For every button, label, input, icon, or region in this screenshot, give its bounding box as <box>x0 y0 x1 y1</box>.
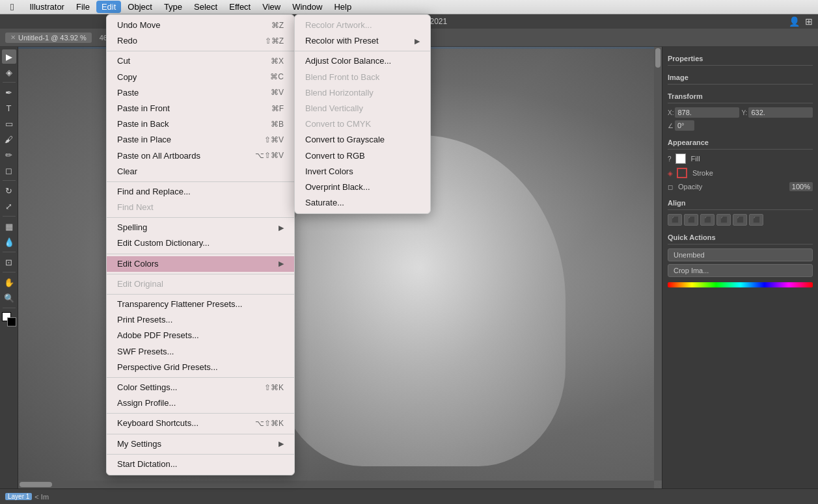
vertical-scrollbar[interactable] <box>654 47 662 481</box>
menu-paste-in-place[interactable]: Paste in Place ⇧⌘V <box>107 132 294 148</box>
doc-status: < Im <box>34 493 49 501</box>
menu-assign-profile[interactable]: Assign Profile... <box>107 395 294 411</box>
align-center-btn[interactable]: ⬛ <box>684 214 698 226</box>
user-icon[interactable]: 👤 <box>789 16 800 27</box>
menu-perspective-grid[interactable]: Perspective Grid Presets... <box>107 360 294 375</box>
unembed-button[interactable]: Unembed <box>668 248 813 261</box>
menu-undo-move[interactable]: Undo Move ⌘Z <box>107 18 294 33</box>
align-middle-btn[interactable]: ⬛ <box>733 214 747 226</box>
menu-effect[interactable]: Effect <box>224 1 256 13</box>
x-field-group: X: 878. <box>668 107 739 118</box>
stroke-swatch[interactable] <box>677 168 687 178</box>
paintbrush-tool[interactable]: 🖌 <box>2 132 16 146</box>
menu-object[interactable]: Object <box>122 1 157 13</box>
menu-paste[interactable]: Paste ⌘V <box>107 85 294 101</box>
menu-spelling[interactable]: Spelling ▶ <box>107 220 294 235</box>
direct-select-tool[interactable]: ◈ <box>2 65 16 79</box>
close-tab-icon[interactable]: ✕ <box>10 34 16 41</box>
zoom-tool[interactable]: 🔍 <box>2 291 16 305</box>
sep5 <box>107 274 294 274</box>
menu-redo[interactable]: Redo ⇧⌘Z <box>107 33 294 49</box>
submenu-convert-rgb[interactable]: Convert to RGB <box>295 148 430 164</box>
sep6 <box>107 294 294 295</box>
cut-shortcut: ⌘X <box>271 56 284 67</box>
x-input[interactable]: 878. <box>675 107 739 118</box>
menu-edit-colors[interactable]: Edit Colors ▶ <box>107 256 294 272</box>
angle-input[interactable]: 0° <box>675 120 694 131</box>
gradient-tool[interactable]: ▦ <box>2 219 16 233</box>
horizontal-scrollbar[interactable] <box>18 481 654 488</box>
y-input[interactable]: 632. <box>748 107 813 118</box>
menu-help[interactable]: Help <box>329 1 357 13</box>
doc-tab-title: Untitled-1 @ 43.92 % <box>18 34 87 42</box>
menu-find-replace[interactable]: Find and Replace... <box>107 184 294 200</box>
opacity-icon: ◻ <box>668 183 673 191</box>
fill-swatch[interactable] <box>675 153 686 164</box>
menu-copy[interactable]: Copy ⌘C <box>107 70 294 85</box>
menu-illustrator[interactable]: Illustrator <box>24 1 69 13</box>
scale-tool[interactable]: ⤢ <box>2 199 16 213</box>
tool-divider-5 <box>3 272 16 272</box>
sep7 <box>107 377 294 378</box>
menu-adobe-pdf-presets[interactable]: Adobe PDF Presets... <box>107 328 294 343</box>
menu-clear[interactable]: Clear <box>107 164 294 179</box>
menu-keyboard-shortcuts[interactable]: Keyboard Shortcuts... ⌥⇧⌘K <box>107 416 294 431</box>
menu-start-dictation[interactable]: Start Dictation... <box>107 457 294 472</box>
menu-paste-in-front[interactable]: Paste in Front ⌘F <box>107 101 294 116</box>
eraser-tool[interactable]: ◻ <box>2 163 16 178</box>
type-tool[interactable]: T <box>2 101 16 115</box>
align-right-btn[interactable]: ⬛ <box>700 214 715 226</box>
menu-print-presets[interactable]: Print Presets... <box>107 312 294 328</box>
doc-tab[interactable]: ✕ Untitled-1 @ 43.92 % <box>5 33 92 43</box>
menu-select[interactable]: Select <box>189 1 223 13</box>
fill-stroke-indicator[interactable] <box>2 312 16 326</box>
submenu-recolor-preset[interactable]: Recolor with Preset ▶ <box>295 33 430 49</box>
appearance-title: Appearance <box>668 136 813 150</box>
pen-tool[interactable]: ✒ <box>2 85 16 99</box>
redo-label: Redo <box>117 35 265 47</box>
apple-menu[interactable]:  <box>5 0 19 14</box>
keyboard-shortcuts-shortcut: ⌥⇧⌘K <box>255 418 284 429</box>
select-tool[interactable]: ▶ <box>2 49 16 64</box>
transparency-flattener-label: Transparency Flattener Presets... <box>117 298 284 310</box>
menu-paste-on-artboards[interactable]: Paste on All Artboards ⌥⇧⌘V <box>107 148 294 164</box>
sep1 <box>107 51 294 51</box>
artboard-tool[interactable]: ⊡ <box>2 255 16 269</box>
copy-label: Copy <box>117 72 270 83</box>
menu-file[interactable]: File <box>71 1 95 13</box>
pencil-tool[interactable]: ✏ <box>2 148 16 162</box>
menu-color-settings[interactable]: Color Settings... ⇧⌘K <box>107 380 294 395</box>
rotate-tool[interactable]: ↻ <box>2 183 16 198</box>
menu-my-settings[interactable]: My Settings ▶ <box>107 436 294 452</box>
submenu-convert-grayscale[interactable]: Convert to Grayscale <box>295 132 430 148</box>
arrange-icon[interactable]: ⊞ <box>805 16 813 27</box>
align-left-btn[interactable]: ⬛ <box>668 214 682 226</box>
submenu-overprint-black[interactable]: Overprint Black... <box>295 179 430 195</box>
adobe-pdf-presets-label: Adobe PDF Presets... <box>117 330 284 341</box>
menu-window[interactable]: Window <box>287 1 327 13</box>
crop-image-button[interactable]: Crop Ima... <box>668 264 813 277</box>
convert-grayscale-label: Convert to Grayscale <box>305 134 420 146</box>
align-bottom-btn[interactable]: ⬛ <box>749 214 763 226</box>
submenu-invert-colors[interactable]: Invert Colors <box>295 164 430 179</box>
tool-divider-4 <box>3 252 16 252</box>
menu-type[interactable]: Type <box>159 1 187 13</box>
align-top-btn[interactable]: ⬛ <box>716 214 731 226</box>
menu-paste-in-back[interactable]: Paste in Back ⌘B <box>107 116 294 132</box>
menu-edit-custom-dict[interactable]: Edit Custom Dictionary... <box>107 235 294 251</box>
fill-label: Fill <box>691 155 700 163</box>
menu-transparency-flattener[interactable]: Transparency Flattener Presets... <box>107 297 294 312</box>
submenu-saturate[interactable]: Saturate... <box>295 195 430 211</box>
menu-view[interactable]: View <box>257 1 286 13</box>
submenu-adjust-color-balance[interactable]: Adjust Color Balance... <box>295 53 430 69</box>
menu-swf-presets[interactable]: SWF Presets... <box>107 344 294 360</box>
assign-profile-label: Assign Profile... <box>117 397 284 409</box>
opacity-value[interactable]: 100% <box>789 182 813 191</box>
menu-find-next: Find Next <box>107 200 294 215</box>
hand-tool[interactable]: ✋ <box>2 275 16 289</box>
color-settings-shortcut: ⇧⌘K <box>264 382 284 393</box>
eyedropper-tool[interactable]: 💧 <box>2 235 16 249</box>
menu-edit[interactable]: Edit <box>96 1 121 13</box>
menu-cut[interactable]: Cut ⌘X <box>107 53 294 69</box>
shape-tool[interactable]: ▭ <box>2 116 16 131</box>
